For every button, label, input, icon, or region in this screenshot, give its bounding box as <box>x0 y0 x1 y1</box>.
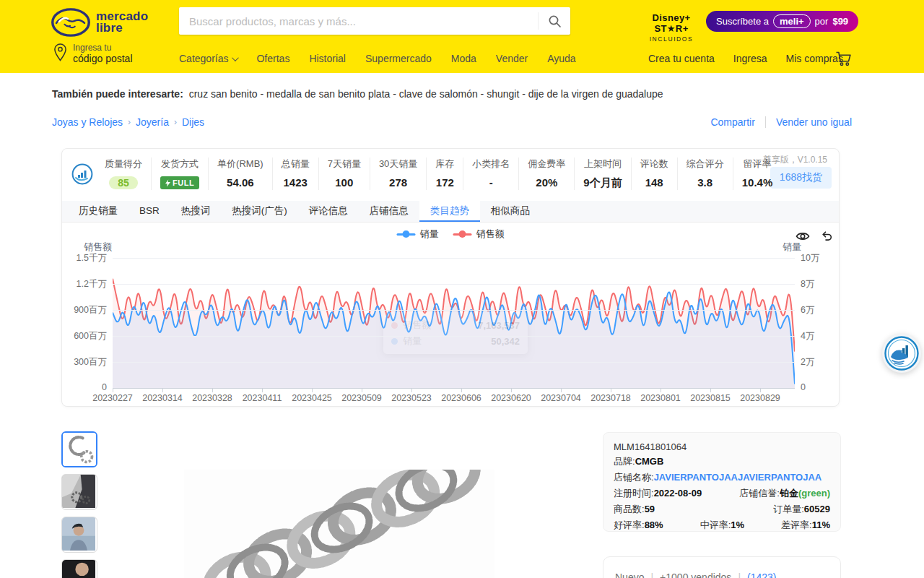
breadcrumb-joyeria[interactable]: Joyería <box>136 116 169 128</box>
x-tick-mark <box>362 389 362 392</box>
search-bar[interactable] <box>179 7 570 35</box>
legend-item-销售额[interactable]: 销售额 <box>453 228 505 241</box>
tab-review-info[interactable]: 评论信息 <box>298 201 359 222</box>
nav-item-categorias[interactable]: Categorías <box>179 53 237 64</box>
stat-value-listed-time: 9个月前 <box>583 176 622 190</box>
analytics-float-button[interactable] <box>882 334 921 373</box>
reset-chart-button[interactable] <box>819 230 833 243</box>
store-name-link[interactable]: JAVIERPANTOJAAJAVIERPANTOJAA <box>654 472 822 483</box>
tab-hot-keywords[interactable]: 热搜词 <box>170 201 222 222</box>
x-axis-label: 20230328 <box>192 393 232 403</box>
breadcrumb-dijes[interactable]: Dijes <box>182 116 204 128</box>
right-axis-title: 销量 <box>783 241 801 254</box>
reset-undo-icon <box>820 230 832 242</box>
gridline <box>113 336 795 337</box>
stat-value-commission-rate: 20% <box>528 176 565 189</box>
breadcrumb-separator: › <box>128 117 131 127</box>
brand-value: CMGB <box>635 456 664 467</box>
x-tick-mark <box>411 389 412 392</box>
related-searches-items[interactable]: cruz san benito - medalla de san benito … <box>189 88 663 100</box>
x-tick-mark <box>561 389 562 392</box>
x-axis-label: 20230411 <box>243 393 282 403</box>
items-label: 商品数: <box>614 504 645 514</box>
stat-label-total-sales: 总销量 <box>282 158 310 171</box>
related-searches-label: También puede interesarte: <box>52 88 183 100</box>
plot-area[interactable] <box>113 258 795 388</box>
zip-code-entry[interactable]: Ingresa tu código postal <box>53 43 133 64</box>
stat-review-count: 评论数148 <box>632 158 678 190</box>
negative-label: 差评率: <box>781 519 812 530</box>
stat-listed-time: 上架时间9个月前 <box>575 158 631 190</box>
thumbnail-chain-set[interactable] <box>61 431 97 467</box>
tab-store-info[interactable]: 店铺信息 <box>359 201 419 222</box>
action-vender-uno-igual[interactable]: Vender uno igual <box>776 116 852 128</box>
account-link-ingresa[interactable]: Ingresa <box>733 53 767 64</box>
x-axis-label: 20230509 <box>341 393 382 403</box>
nav-item-vender[interactable]: Vender <box>496 53 528 64</box>
stat-label-sales-7d: 7天销量 <box>328 158 361 171</box>
tab-history-sales[interactable]: 历史销量 <box>68 201 128 222</box>
thumbnail-chain-worn-image <box>62 560 95 578</box>
nav-item-ayuda[interactable]: Ayuda <box>547 53 575 64</box>
left-axis-tick: 0 <box>62 382 107 392</box>
account-link-mis-compras[interactable]: Mis compras <box>786 53 843 64</box>
legend-dot <box>403 230 410 238</box>
tab-similar-products[interactable]: 相似商品 <box>480 201 541 222</box>
review-count-link[interactable]: (1423) <box>747 571 776 578</box>
brand-row: 品牌:CMGB <box>614 455 830 468</box>
thumbnail-list <box>61 431 97 578</box>
subscribe-meli-button[interactable]: Suscríbete a meli+ por $99 <box>706 11 858 32</box>
stat-total-sales: 总销量1423 <box>273 158 319 190</box>
action-compartir[interactable]: Compartir <box>710 116 754 128</box>
tab-bsr[interactable]: BSR <box>128 201 170 222</box>
stat-value-subcategory-rank: - <box>472 176 510 189</box>
product-id: MLM1641801064 <box>614 441 687 452</box>
stat-value-quality-score: 85 <box>105 176 142 189</box>
x-tick-mark <box>113 389 113 392</box>
disney-star-logos: Disney+ ST★R+ <box>635 12 707 34</box>
trend-chart: 销量销售额 销售额 销量 <box>62 224 839 407</box>
subscribe-price: $99 <box>832 16 848 27</box>
orders-label: 订单量: <box>773 504 804 514</box>
right-axis-tick: 4万 <box>801 330 814 342</box>
breadcrumb-row: Joyas y Relojes›Joyería›Dijes CompartirV… <box>52 116 852 128</box>
breadcrumb-joyas-y-relojes[interactable]: Joyas y Relojes <box>52 116 123 128</box>
thumbnail-chain-dark[interactable] <box>61 474 97 510</box>
positive-label: 好评率: <box>614 519 645 530</box>
product-id-row: MLM1641801064 <box>614 441 830 452</box>
tab-hot-keywords-ads[interactable]: 热搜词(广告) <box>221 201 298 222</box>
x-tick-mark <box>511 389 512 392</box>
nav-item-supermercado[interactable]: Supermercado <box>365 53 432 64</box>
nav-item-historial[interactable]: Historial <box>309 53 346 64</box>
stat-value-stock: 172 <box>435 176 454 189</box>
account-link-crea-tu-cuenta[interactable]: Crea tu cuenta <box>648 53 715 64</box>
whale-chart-logo-icon <box>884 335 920 371</box>
stat-unit-price-rmb: 单价(RMB)54.06 <box>209 158 273 190</box>
logo-wordmark: mercado libre <box>96 11 148 34</box>
right-axis-tick: 8万 <box>801 278 814 290</box>
thumbnail-chain-worn[interactable] <box>61 559 97 578</box>
search-input[interactable] <box>179 15 538 27</box>
x-tick-mark <box>162 389 163 392</box>
search-button[interactable] <box>539 7 570 35</box>
tab-category-trend[interactable]: 类目趋势 <box>419 201 480 222</box>
main-nav: CategoríasOfertasHistorialSupermercadoMo… <box>179 53 576 64</box>
stat-value-review-rate: 10.4% <box>742 176 773 189</box>
negative-value: 11% <box>812 519 830 530</box>
product-main-image[interactable] <box>184 470 494 578</box>
x-axis-label: 20230829 <box>740 393 780 403</box>
x-tick-mark <box>262 389 263 392</box>
orders-value: 60529 <box>804 504 830 514</box>
nav-item-ofertas[interactable]: Ofertas <box>256 53 289 64</box>
stats-row: 质量得分85发货方式FULL单价(RMB)54.06总销量14237天销量100… <box>96 158 781 190</box>
legend-item-销量[interactable]: 销量 <box>397 228 439 241</box>
stat-label-shipping-method: 发货方式 <box>160 158 199 171</box>
mercadolibre-logo[interactable]: mercado libre <box>51 8 148 37</box>
nav-item-moda[interactable]: Moda <box>451 53 476 64</box>
registered-reputation-row: 注册时间:2022-08-09 店铺信誉:铂金(green) <box>614 487 830 500</box>
cart-button[interactable] <box>835 51 853 69</box>
thumbnail-model-portrait[interactable] <box>61 517 97 553</box>
stat-label-sales-30d: 30天销量 <box>379 158 417 171</box>
x-tick-mark <box>312 389 313 392</box>
items-orders-row: 商品数:59 订单量:60529 <box>614 503 830 516</box>
